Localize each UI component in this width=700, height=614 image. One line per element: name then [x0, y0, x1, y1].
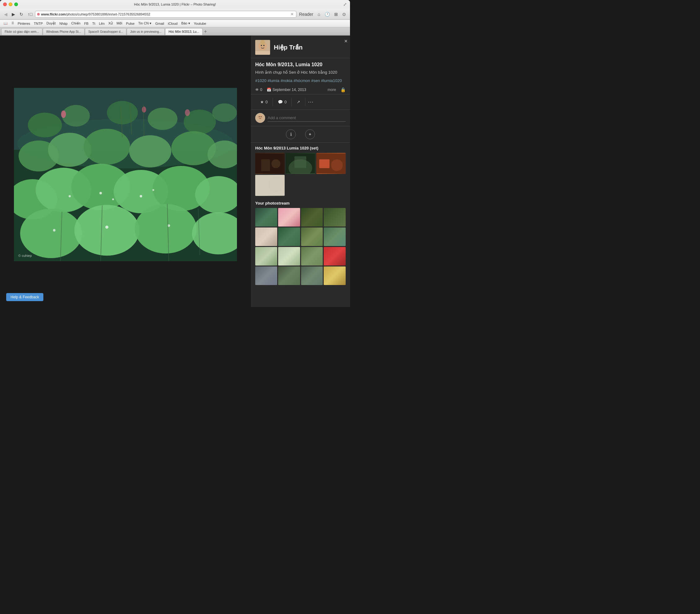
svg-rect-60	[319, 159, 329, 168]
bookmark-nhap[interactable]: Nháp	[58, 21, 69, 26]
bookmark-icloud[interactable]: iCloud	[166, 21, 179, 26]
set-thumb-1[interactable]	[255, 153, 285, 174]
share-icon: ↗	[297, 100, 300, 104]
bookmark-grid[interactable]: ⠿	[10, 21, 15, 26]
ps-thumb-12[interactable]	[324, 247, 346, 266]
tab-join-us[interactable]: Join us in previewing...	[127, 28, 165, 35]
ps-thumb-10[interactable]	[278, 247, 300, 266]
bookmark-len[interactable]: Lên	[97, 21, 106, 26]
photo-area: © cuhiep Help & Feedback	[0, 36, 251, 307]
set-title: Hóc Môn 9/2013 Lumia 1020 (set)	[255, 146, 346, 150]
apps-button[interactable]: ⊞	[333, 11, 339, 17]
set-thumb-3[interactable]	[316, 153, 346, 174]
bookmark-pulse[interactable]: Pulse	[125, 21, 136, 26]
info-row: ℹ ✦	[251, 126, 350, 143]
svg-point-10	[142, 106, 146, 113]
address-bar[interactable]: www.flickr.com/photos/cuhiep/9753801886/…	[35, 11, 296, 18]
bookmark-tntp[interactable]: TNTP	[32, 21, 44, 26]
more-actions-button[interactable]: ···	[305, 97, 316, 107]
ps-thumb-4[interactable]	[324, 208, 346, 227]
ps-thumb-3[interactable]	[301, 208, 323, 227]
ps-thumb-5[interactable]	[255, 228, 277, 246]
close-window-btn[interactable]	[3, 2, 7, 6]
tab-windows-phone[interactable]: Windows Phone App St...	[43, 28, 85, 35]
bookmark-youtube[interactable]: Youtube	[192, 21, 208, 26]
clear-address-button[interactable]: ✕	[290, 12, 294, 16]
toolbar: ◀ ▶ ↻ ↑□ www.flickr.com/photos/cuhiep/97…	[0, 9, 350, 20]
minimize-window-btn[interactable]	[9, 2, 12, 6]
reader-button[interactable]: Reader	[298, 11, 315, 17]
bookmark-duyet[interactable]: Duyệt	[45, 21, 57, 26]
set-section: Hóc Môn 9/2013 Lumia 1020 (set)	[251, 143, 350, 198]
compass-button[interactable]: ✦	[305, 129, 315, 139]
bookmark-tt[interactable]: Tt	[91, 21, 97, 26]
set-thumb-2[interactable]	[286, 153, 315, 174]
comment-user-avatar	[255, 113, 265, 123]
tab-flickr-giao-dien[interactable]: Flickr có giao diện xem...	[1, 28, 42, 35]
comment-area	[251, 110, 350, 126]
svg-point-32	[152, 189, 154, 191]
svg-point-5	[107, 101, 138, 125]
photostream-title: Your photostream	[255, 201, 346, 205]
reload-button[interactable]: ↻	[18, 11, 25, 17]
home-button[interactable]: ⌂	[316, 11, 322, 17]
back-button[interactable]: ◀	[2, 11, 9, 17]
tab-spacex[interactable]: SpaceX Grasshopper d...	[85, 28, 126, 35]
maximize-window-btn[interactable]	[14, 2, 18, 6]
svg-point-33	[53, 229, 55, 231]
svg-point-50	[258, 114, 263, 120]
window-expand-icon[interactable]: ⤢	[343, 2, 347, 7]
bookmark-moi[interactable]: Mới	[115, 21, 124, 26]
ps-thumb-15[interactable]	[301, 267, 323, 285]
favorite-button[interactable]: ★ 0	[255, 98, 273, 106]
bookmark-tincn[interactable]: Tin CN ▾	[137, 21, 153, 26]
ps-thumb-9[interactable]	[255, 247, 277, 266]
tabs-bar: Flickr có giao diện xem... Windows Phone…	[0, 27, 350, 35]
address-domain: www.flickr.com	[41, 12, 66, 16]
window-chrome: Hóc Môn 9/2013, Lumia 1020 | Flickr – Ph…	[0, 0, 350, 36]
ps-thumb-8[interactable]	[324, 228, 346, 246]
bookmark-pinteres[interactable]: Pinteres	[16, 21, 32, 26]
svg-point-34	[105, 226, 109, 229]
lock-icon: 🔒	[340, 87, 346, 92]
comment-input[interactable]	[267, 114, 346, 121]
info-button[interactable]: ℹ	[286, 129, 296, 139]
set-thumb-4[interactable]	[255, 175, 285, 196]
share-button[interactable]: ↑□	[26, 11, 34, 17]
ps-thumb-1[interactable]	[255, 208, 277, 227]
ps-thumb-6[interactable]	[278, 228, 300, 246]
views-count: 0	[260, 88, 262, 92]
photostream-grid	[255, 208, 346, 285]
ps-thumb-7[interactable]	[301, 228, 323, 246]
tab-hoc-mon[interactable]: Hóc Môn 9/2013, Lu...	[165, 28, 202, 35]
svg-point-4	[62, 105, 90, 127]
new-tab-button[interactable]: +	[203, 28, 208, 35]
svg-point-47	[260, 40, 265, 45]
photo-meta: 👁 0 📅 September 14, 2013 more 🔒	[251, 86, 350, 94]
ps-thumb-16[interactable]	[324, 267, 346, 285]
bookmark-fb[interactable]: FB	[83, 21, 90, 26]
bookmark-gmail[interactable]: Gmail	[154, 21, 166, 26]
bookmark-bao[interactable]: Báo ▾	[180, 21, 192, 26]
history-button[interactable]: 🕐	[323, 11, 332, 17]
set-thumbnails	[255, 153, 346, 196]
panel-close-button[interactable]: ×	[344, 38, 348, 44]
download-button[interactable]: ⊙	[341, 11, 348, 17]
share-photo-button[interactable]: ↗	[292, 98, 305, 106]
views-meta: 👁 0	[255, 88, 262, 92]
bookmark-chien[interactable]: Chiến	[70, 21, 82, 26]
bookmark-xu[interactable]: Xử	[107, 21, 114, 26]
comment-icon: 💬	[278, 100, 283, 104]
forward-button[interactable]: ▶	[10, 11, 17, 17]
help-feedback-button[interactable]: Help & Feedback	[6, 293, 43, 301]
ps-thumb-13[interactable]	[255, 267, 277, 285]
ps-thumb-2[interactable]	[278, 208, 300, 227]
more-link[interactable]: more	[328, 88, 336, 92]
ps-thumb-14[interactable]	[278, 267, 300, 285]
photo-container: © cuhiep	[14, 88, 237, 261]
ps-thumb-11[interactable]	[301, 247, 323, 266]
actions-row: ★ 0 💬 0 ↗ ···	[251, 94, 350, 110]
bookmark-reading-list[interactable]: 📖	[2, 21, 9, 26]
comment-button[interactable]: 💬 0	[273, 98, 292, 106]
svg-point-46	[263, 45, 264, 46]
